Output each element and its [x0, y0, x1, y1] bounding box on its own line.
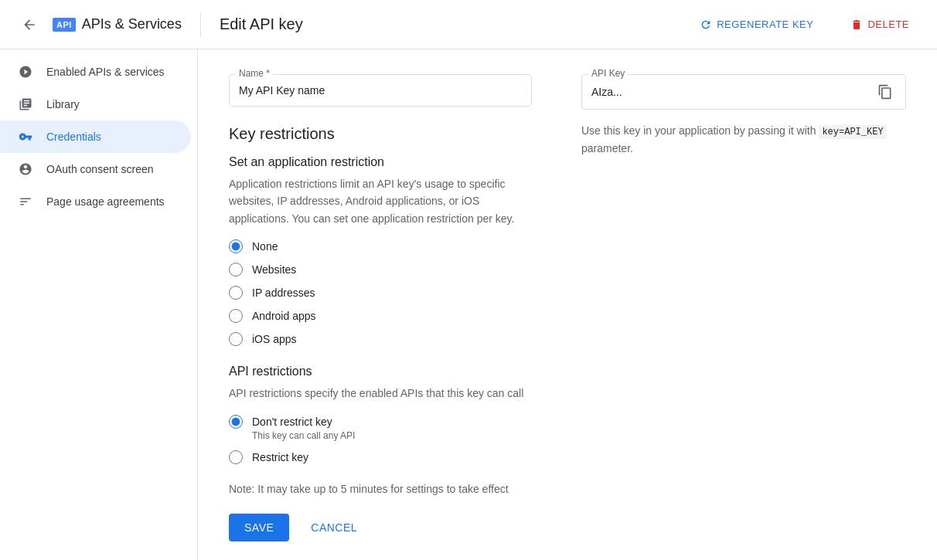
name-field-group: Name *: [229, 74, 532, 107]
copy-icon: [877, 84, 893, 100]
radio-option-none[interactable]: None: [229, 239, 532, 253]
app-title: APIs & Services: [82, 16, 182, 32]
radio-ios-apps[interactable]: [229, 332, 243, 346]
sidebar-item-page-usage-label: Page usage agreements: [46, 195, 165, 208]
radio-dont-restrict[interactable]: [229, 415, 243, 429]
api-key-hint-code: key=API_KEY: [819, 125, 886, 139]
radio-none-label: None: [252, 240, 278, 253]
delete-icon: [850, 19, 863, 31]
page-usage-icon: [19, 195, 34, 209]
dont-restrict-sublabel: This key can call any API: [252, 430, 532, 441]
oauth-icon: [19, 162, 34, 176]
radio-option-dont-restrict[interactable]: Don't restrict key: [229, 415, 532, 429]
regenerate-key-label: REGENERATE KEY: [717, 19, 813, 30]
radio-option-android-apps[interactable]: Android apps: [229, 309, 532, 323]
regenerate-key-button[interactable]: REGENERATE KEY: [690, 12, 823, 37]
api-key-field: API Key AIza...: [581, 74, 906, 110]
app-logo: API APIs & Services: [53, 16, 182, 32]
sidebar-item-page-usage[interactable]: Page usage agreements: [0, 185, 191, 218]
library-icon: [19, 97, 34, 111]
regenerate-icon: [700, 19, 712, 31]
radio-ios-apps-label: iOS apps: [252, 333, 297, 345]
api-key-hint-text: Use this key in your application by pass…: [581, 124, 816, 137]
name-outlined-field: Name *: [229, 74, 532, 107]
dont-restrict-option-wrapper: Don't restrict key This key can call any…: [229, 415, 532, 441]
radio-ip-addresses[interactable]: [229, 286, 243, 300]
api-restrictions-description: API restrictions specify the enabled API…: [229, 385, 532, 402]
sidebar: Enabled APIs & services Library Credenti…: [0, 49, 198, 560]
sidebar-item-credentials[interactable]: Credentials: [0, 120, 191, 153]
name-input[interactable]: [239, 81, 522, 100]
api-key-hint: Use this key in your application by pass…: [581, 122, 906, 158]
credentials-icon: [19, 130, 34, 144]
back-button[interactable]: [19, 14, 40, 36]
radio-websites[interactable]: [229, 263, 243, 277]
name-field-label: Name *: [236, 68, 273, 79]
application-restriction-title: Set an application restriction: [229, 155, 532, 169]
radio-android-apps[interactable]: [229, 309, 243, 323]
radio-option-restrict-key[interactable]: Restrict key: [229, 450, 532, 464]
header-divider: [200, 12, 201, 37]
header-actions: REGENERATE KEY DELETE: [690, 12, 918, 37]
radio-option-ios-apps[interactable]: iOS apps: [229, 332, 532, 346]
radio-ip-addresses-label: IP addresses: [252, 287, 315, 299]
radio-option-websites[interactable]: Websites: [229, 263, 532, 277]
api-restrictions-radio-group: Don't restrict key This key can call any…: [229, 415, 532, 464]
sidebar-item-credentials-label: Credentials: [46, 131, 101, 143]
right-panel: API Key AIza... Use this key in your app…: [581, 74, 906, 535]
application-restriction-description: Application restrictions limit an API ke…: [229, 175, 532, 227]
api-key-label: API Key: [588, 68, 628, 79]
sidebar-item-library[interactable]: Library: [0, 88, 191, 120]
api-restrictions-section: API restrictions API restrictions specif…: [229, 365, 532, 463]
note-text: Note: It may take up to 5 minutes for se…: [229, 483, 532, 495]
key-restrictions-title: Key restrictions: [229, 125, 532, 143]
delete-label: DELETE: [867, 19, 909, 30]
sidebar-item-oauth-label: OAuth consent screen: [46, 163, 154, 175]
api-restrictions-title: API restrictions: [229, 365, 532, 378]
radio-restrict-key[interactable]: [229, 450, 243, 464]
radio-websites-label: Websites: [252, 263, 296, 276]
cancel-button[interactable]: CANCEL: [295, 514, 373, 541]
radio-restrict-key-label: Restrict key: [252, 451, 308, 463]
sidebar-item-library-label: Library: [46, 98, 80, 110]
radio-android-apps-label: Android apps: [252, 310, 316, 322]
api-key-value: AIza...: [591, 83, 874, 101]
content-area: Name * Key restrictions Set an applicati…: [198, 49, 937, 560]
sidebar-item-oauth[interactable]: OAuth consent screen: [0, 153, 191, 185]
copy-api-key-button[interactable]: [874, 81, 896, 103]
sidebar-item-enabled-apis-label: Enabled APIs & services: [46, 66, 165, 78]
main-layout: Enabled APIs & services Library Credenti…: [0, 49, 937, 560]
enabled-apis-icon: [19, 65, 34, 79]
application-restriction-radio-group: None Websites IP addresses Android apps …: [229, 239, 532, 346]
top-header: API APIs & Services Edit API key REGENER…: [0, 0, 937, 49]
left-panel: Name * Key restrictions Set an applicati…: [229, 74, 532, 535]
radio-option-ip-addresses[interactable]: IP addresses: [229, 286, 532, 300]
api-key-hint-suffix: parameter.: [581, 142, 633, 154]
api-logo-icon: API: [53, 18, 76, 32]
action-buttons: SAVE CANCEL: [229, 514, 532, 541]
sidebar-item-enabled-apis[interactable]: Enabled APIs & services: [0, 56, 191, 88]
radio-dont-restrict-label: Don't restrict key: [252, 416, 332, 428]
page-title: Edit API key: [220, 15, 303, 33]
save-button[interactable]: SAVE: [229, 514, 289, 541]
delete-button[interactable]: DELETE: [841, 12, 918, 37]
radio-none[interactable]: [229, 239, 243, 253]
